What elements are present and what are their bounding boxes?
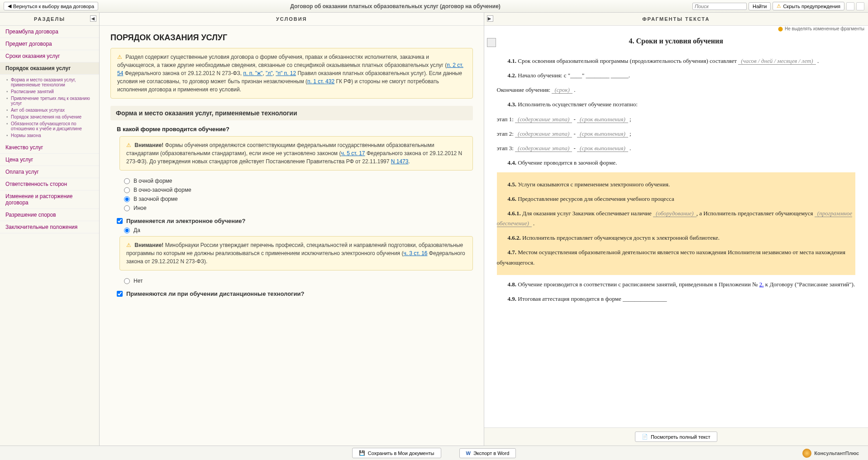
radio-input[interactable] (124, 278, 130, 284)
expand-preview-icon[interactable]: ▶ (487, 15, 493, 22)
warning-icon: ⚠ (117, 54, 122, 60)
brand-logo: КонсультантПлюс (802, 449, 859, 458)
hide-warnings-button[interactable]: ⚠ Скрыть предупреждения (773, 2, 844, 10)
question-form: В какой форме проводится обучение? (117, 126, 473, 133)
preview-text: 4. Сроки и условия обучения 4.1. Срок ос… (484, 26, 868, 427)
law-link[interactable]: п. 1 ст. 432 (307, 78, 334, 85)
font-size-b-icon[interactable] (856, 2, 864, 10)
highlight-icon: ⬤ (778, 26, 783, 31)
sidebar-item-terms[interactable]: Сроки оказания услуг (0, 50, 99, 62)
law-link[interactable]: п. п. "ж" (243, 70, 262, 76)
save-button[interactable]: 💾 Сохранить в Мои документы (352, 448, 441, 458)
export-word-button[interactable]: W Экспорт в Word (459, 448, 516, 458)
radio-input[interactable] (124, 228, 130, 233)
sidebar-item-liability[interactable]: Ответственность сторон (0, 178, 99, 190)
law-link[interactable]: ч. 3 ст. 16 (403, 250, 427, 256)
save-icon: 💾 (359, 450, 365, 456)
document-icon: 📄 (642, 434, 648, 440)
radio-input[interactable] (124, 187, 130, 193)
law-link[interactable]: "п" п. 12 (276, 70, 296, 76)
checkbox-input[interactable] (117, 218, 123, 224)
collapse-sidebar-icon[interactable]: ◀ (90, 15, 96, 22)
back-label: Вернуться к выбору вида договора (13, 4, 94, 9)
warning-box: ⚠ Внимание! Формы обучения определяются … (119, 136, 473, 171)
radio-option[interactable]: Да (124, 227, 473, 233)
sidebar-item-payment[interactable]: Оплата услуг (0, 166, 99, 178)
preview-title: 4. Сроки и условия обучения (497, 35, 856, 47)
radio-option[interactable]: В очной форме (124, 178, 473, 184)
font-size-a-icon[interactable] (846, 2, 854, 10)
sidebar-item-termination[interactable]: Изменение и расторжение договора (0, 190, 99, 209)
highlight-toggle[interactable]: ⬤ Не выделять измененные фрагменты (778, 26, 864, 31)
preview-panel: ▶ ФРАГМЕНТЫ ТЕКСТА ⬤ Не выделять изменен… (484, 13, 868, 446)
radio-option[interactable]: В заочной форме (124, 196, 473, 202)
radio-input[interactable] (124, 205, 130, 211)
warning-box: ⚠ Внимание! Минобрнауки России утверждае… (119, 236, 473, 270)
search-input[interactable] (692, 3, 747, 10)
appendix-link[interactable]: 2. (759, 281, 764, 288)
full-text-button[interactable]: 📄 Посмотреть полный текст (635, 432, 717, 442)
conditions-header: УСЛОВИЯ (100, 13, 484, 26)
radio-input[interactable] (124, 178, 130, 184)
page-title: Договор об оказании платных образователь… (98, 3, 692, 9)
checkbox-input[interactable] (117, 291, 123, 297)
logo-icon (802, 449, 811, 458)
radio-option[interactable]: Нет (124, 278, 473, 284)
warning-icon: ⚠ (126, 142, 131, 148)
preview-header: ▶ ФРАГМЕНТЫ ТЕКСТА (484, 13, 868, 26)
checkbox-q3[interactable]: Применяются ли при обучении дистанционны… (117, 290, 473, 297)
sub-item[interactable]: Обязанности обучающегося по отношению к … (11, 120, 99, 132)
section-info-box: ⚠ Раздел содержит существенные условия д… (110, 48, 473, 99)
radio-option[interactable]: Иное (124, 205, 473, 211)
sidebar-header: РАЗДЕЛЫ ◀ (0, 13, 99, 26)
sub-item[interactable]: Нормы закона (11, 132, 99, 139)
sidebar-item-price[interactable]: Цена услуг (0, 154, 99, 166)
hide-warnings-label: Скрыть предупреждения (783, 4, 840, 9)
word-icon: W (466, 451, 471, 456)
law-link[interactable]: ч. 5 ст. 17 (341, 150, 365, 156)
checkbox-q2[interactable]: Применяется ли электронное обучение? (117, 218, 473, 224)
radio-input[interactable] (124, 196, 130, 202)
sub-items: Форма и место оказания услуг, применяемы… (0, 75, 99, 142)
sub-item[interactable]: Форма и место оказания услуг, применяемы… (11, 76, 99, 88)
back-button[interactable]: ◀ Вернуться к выбору вида договора (4, 2, 98, 10)
sidebar-item-preamble[interactable]: Преамбула договора (0, 26, 99, 38)
warning-icon: ⚠ (126, 242, 131, 248)
sidebar-item-disputes[interactable]: Разрешение споров (0, 209, 99, 221)
law-link[interactable]: N 1473 (391, 158, 409, 165)
section-title: ПОРЯДОК ОКАЗАНИЯ УСЛУГ (110, 33, 473, 43)
radio-option[interactable]: В очно-заочной форме (124, 187, 473, 193)
doc-magnifier-icon[interactable] (487, 38, 496, 47)
warning-icon: ⚠ (777, 3, 781, 9)
subsection-title: Форма и место оказания услуг, применяемы… (110, 106, 473, 120)
conditions-panel: УСЛОВИЯ ПОРЯДОК ОКАЗАНИЯ УСЛУГ ⚠ Раздел … (100, 13, 484, 446)
find-button[interactable]: Найти (749, 2, 771, 10)
sidebar-item-subject[interactable]: Предмет договора (0, 38, 99, 50)
sidebar-item-quality[interactable]: Качество услуг (0, 142, 99, 154)
sub-item[interactable]: Расписание занятий (11, 88, 99, 95)
arrow-left-icon: ◀ (8, 3, 11, 9)
sub-item[interactable]: Порядок зачисления на обучение (11, 114, 99, 120)
law-link[interactable]: "л" (266, 70, 273, 76)
sub-item[interactable]: Привлечение третьих лиц к оказанию услуг (11, 95, 99, 107)
sidebar: РАЗДЕЛЫ ◀ Преамбула договора Предмет дог… (0, 13, 100, 446)
sidebar-item-procedure[interactable]: Порядок оказания услуг (0, 62, 99, 75)
sub-item[interactable]: Акт об оказанных услугах (11, 107, 99, 114)
sidebar-item-final[interactable]: Заключительные положения (0, 221, 99, 233)
